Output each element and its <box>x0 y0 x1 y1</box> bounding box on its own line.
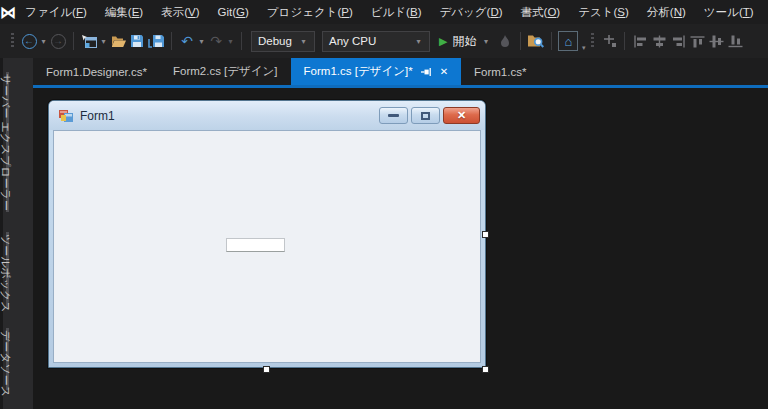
configuration-value: Debug <box>258 35 292 47</box>
menu-item[interactable]: 分析(N) <box>638 0 695 24</box>
sidebar-tab-label: ツールボックス <box>0 234 13 313</box>
sidebar-tab[interactable]: ツールボックス <box>3 228 33 316</box>
open-file-button[interactable] <box>109 29 127 53</box>
align-centers-button <box>650 29 668 53</box>
align-lefts-button <box>631 29 649 53</box>
toolbar-separator <box>171 32 172 50</box>
live-preview-button[interactable]: ⌂ ▾ <box>558 31 578 51</box>
sidebar-tab-label: サーバー エクスプローラー <box>0 74 13 211</box>
editor-tab[interactable]: Form1.Designer.cs* <box>33 58 160 85</box>
maximize-icon <box>421 112 430 120</box>
menu-item[interactable]: Git(G) <box>209 0 258 24</box>
menubar-items: ファイル(F)編集(E)表示(V)Git(G)プロジェクト(P)ビルド(B)デバ… <box>16 0 768 24</box>
tab-label: Form1.Designer.cs* <box>46 66 147 78</box>
close-tab-icon[interactable]: ✕ <box>440 66 448 77</box>
navigate-back-dropdown[interactable]: ▾ <box>39 37 48 46</box>
tab-label: Form1.cs [デザイン]* <box>304 64 413 79</box>
align-rights-button <box>669 29 687 53</box>
folder-search-icon <box>527 34 545 49</box>
start-dropdown[interactable]: ▾ <box>481 37 490 46</box>
editor-tab-bar: Form1.Designer.cs*Form2.cs [デザイン]Form1.c… <box>33 58 768 88</box>
align-to-grid-icon <box>602 34 617 48</box>
menu-item[interactable]: ファイル(F) <box>16 0 96 24</box>
pin-icon[interactable] <box>421 67 432 77</box>
toolbar-grip[interactable] <box>11 33 14 49</box>
menu-item[interactable]: 表示(V) <box>152 0 208 24</box>
designed-form-window[interactable]: Form1 ✕ <box>48 100 486 368</box>
toolbar-separator <box>73 32 74 50</box>
new-project-icon <box>81 34 98 49</box>
editor-tab[interactable]: Form1.cs [デザイン]*✕ <box>291 58 461 85</box>
align-lefts-icon <box>633 35 648 48</box>
menu-item[interactable]: 編集(E) <box>96 0 152 24</box>
start-debugging-button[interactable]: ▶ 開始 ▾ <box>434 33 495 50</box>
menu-bar: ⋈ ファイル(F)編集(E)表示(V)Git(G)プロジェクト(P)ビルド(B)… <box>0 0 768 24</box>
align-rights-icon <box>671 35 686 48</box>
toolbar-separator <box>624 32 625 50</box>
textbox-control[interactable] <box>226 238 285 252</box>
undo-button[interactable]: ↶ <box>178 29 196 53</box>
redo-icon: ↷ <box>210 34 222 48</box>
toolbar-separator <box>241 32 242 50</box>
menu-item[interactable]: 拡張機能(X) <box>763 0 768 24</box>
find-in-files-button[interactable] <box>527 29 545 53</box>
form-client-area[interactable] <box>53 130 481 363</box>
align-tops-icon <box>690 35 705 48</box>
new-project-dropdown[interactable]: ▾ <box>99 37 108 46</box>
maximize-button <box>411 107 440 124</box>
editor-tab[interactable]: Form1.cs* <box>461 58 539 85</box>
back-arrow-icon: ← <box>22 34 37 49</box>
menu-item[interactable]: ビルド(B) <box>362 0 431 24</box>
editor-tab[interactable]: Form2.cs [デザイン] <box>160 58 291 85</box>
save-all-button[interactable] <box>147 29 165 53</box>
navigate-forward-button: → <box>49 29 67 53</box>
menu-item[interactable]: 書式(O) <box>512 0 570 24</box>
menu-item[interactable]: デバッグ(D) <box>430 0 511 24</box>
navigate-back-button[interactable]: ← <box>20 29 38 53</box>
align-to-grid-button <box>600 29 618 53</box>
save-all-icon <box>148 34 165 49</box>
toolbar-grip[interactable] <box>591 33 594 49</box>
save-button[interactable] <box>128 29 146 53</box>
chevron-down-icon: ▾ <box>414 37 423 46</box>
tab-label: Form1.cs* <box>474 66 526 78</box>
toolbar-separator <box>551 32 552 50</box>
form-titlebar[interactable]: Form1 ✕ <box>49 101 485 130</box>
redo-dropdown: ▾ <box>226 37 235 46</box>
hot-reload-button <box>496 29 514 53</box>
align-centers-icon <box>652 35 667 48</box>
play-icon: ▶ <box>439 35 447 48</box>
redo-button: ↷ <box>207 29 225 53</box>
align-tops-button <box>688 29 706 53</box>
forms-designer-surface[interactable]: Form1 ✕ <box>33 88 768 409</box>
menu-item[interactable]: ツール(T) <box>695 0 763 24</box>
align-bottoms-button <box>726 29 744 53</box>
solution-platform-combobox[interactable]: Any CPU ▾ <box>322 31 430 52</box>
form-title: Form1 <box>80 109 115 123</box>
new-project-button[interactable] <box>80 29 98 53</box>
save-icon <box>130 34 144 48</box>
standard-toolbar: ← ▾ → ▾ <box>0 24 768 58</box>
visual-studio-logo-icon: ⋈ <box>0 0 16 24</box>
chevron-down-icon: ▾ <box>582 44 586 52</box>
resize-handle-bottom[interactable] <box>263 366 270 373</box>
solution-configuration-combobox[interactable]: Debug ▾ <box>251 31 315 52</box>
open-folder-icon <box>110 35 127 48</box>
undo-dropdown[interactable]: ▾ <box>197 37 206 46</box>
menu-item[interactable]: テスト(S) <box>569 0 638 24</box>
close-button: ✕ <box>443 107 480 124</box>
resize-handle-right[interactable] <box>482 231 489 238</box>
forward-arrow-icon: → <box>51 34 66 49</box>
sidebar-tab[interactable]: サーバー エクスプローラー <box>3 68 33 220</box>
winforms-form-icon <box>58 109 74 123</box>
resize-handle-bottom-right[interactable] <box>482 366 489 373</box>
sidebar-tab[interactable]: データソース <box>3 324 33 398</box>
menu-item[interactable]: プロジェクト(P) <box>258 0 362 24</box>
align-middles-icon <box>709 35 724 48</box>
align-bottoms-icon <box>728 35 743 48</box>
tab-label: Form2.cs [デザイン] <box>173 64 278 79</box>
align-middles-button <box>707 29 725 53</box>
undo-icon: ↶ <box>181 34 193 48</box>
start-label: 開始 <box>452 33 476 50</box>
minimize-icon <box>388 114 399 117</box>
